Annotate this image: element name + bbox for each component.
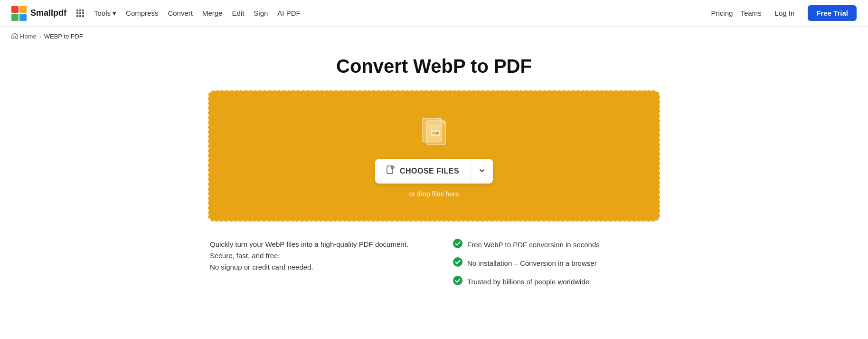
svg-rect-12	[82, 15, 84, 17]
brand-name: Smallpdf	[30, 8, 66, 18]
svg-point-21	[453, 239, 462, 248]
features-list: Free WebP to PDF conversion in seconds N…	[453, 239, 658, 288]
feature-text: No installation – Conversion in a browse…	[467, 259, 597, 267]
choose-files-button[interactable]: CHOOSE FILES	[375, 159, 471, 184]
svg-rect-10	[76, 15, 78, 17]
logo[interactable]: Smallpdf	[11, 6, 66, 21]
svg-rect-1	[19, 6, 27, 13]
svg-rect-9	[82, 12, 84, 14]
svg-rect-2	[11, 14, 19, 21]
grid-icon[interactable]	[76, 9, 85, 18]
check-icon	[453, 257, 462, 269]
compress-link[interactable]: Compress	[126, 9, 158, 17]
pricing-link[interactable]: Pricing	[711, 9, 733, 17]
dropzone[interactable]: PDF CHOOSE FILES	[208, 90, 660, 222]
breadcrumb: Home › WEBP to PDF	[0, 27, 868, 46]
check-icon	[453, 276, 462, 288]
main-content: Convert WebP to PDF PDF	[197, 46, 671, 307]
feature-text: Trusted by billions of people worldwide	[467, 278, 589, 286]
chevron-down-icon	[479, 167, 485, 175]
convert-link[interactable]: Convert	[168, 9, 193, 17]
breadcrumb-separator: ›	[39, 33, 41, 40]
svg-rect-5	[79, 10, 81, 11]
breadcrumb-current: WEBP to PDF	[44, 33, 83, 40]
drop-hint: or drop files here	[409, 190, 459, 198]
svg-rect-0	[11, 6, 19, 13]
svg-rect-11	[79, 15, 81, 17]
features-desc-line1: Quickly turn your WebP files into a high…	[210, 239, 415, 273]
check-icon	[453, 239, 462, 251]
navbar: Smallpdf Tools ▾ Compress Convert Merge …	[0, 0, 868, 27]
svg-point-23	[453, 276, 462, 285]
navbar-right: Pricing Teams Log In Free Trial	[711, 5, 857, 21]
feature-text: Free WebP to PDF conversion in seconds	[467, 241, 600, 249]
edit-link[interactable]: Edit	[232, 9, 244, 17]
choose-files-row: CHOOSE FILES	[375, 159, 493, 184]
merge-link[interactable]: Merge	[202, 9, 223, 17]
svg-rect-6	[82, 10, 84, 11]
svg-rect-4	[76, 10, 78, 11]
svg-rect-8	[79, 12, 81, 14]
ai-pdf-link[interactable]: AI PDF	[277, 9, 300, 17]
svg-rect-3	[19, 14, 27, 21]
home-icon	[11, 32, 18, 40]
file-illustration: PDF	[415, 114, 453, 149]
feature-item: Trusted by billions of people worldwide	[453, 276, 658, 288]
feature-item: Free WebP to PDF conversion in seconds	[453, 239, 658, 251]
svg-rect-19	[387, 166, 393, 174]
tools-menu-button[interactable]: Tools ▾	[94, 9, 116, 18]
features-section: Quickly turn your WebP files into a high…	[208, 239, 660, 288]
login-button[interactable]: Log In	[769, 6, 801, 20]
features-description: Quickly turn your WebP files into a high…	[210, 239, 415, 273]
free-trial-button[interactable]: Free Trial	[808, 5, 857, 21]
chevron-down-icon: ▾	[113, 9, 116, 18]
svg-point-22	[453, 257, 462, 267]
breadcrumb-home-link[interactable]: Home	[11, 32, 37, 40]
file-upload-icon	[387, 165, 395, 177]
feature-item: No installation – Conversion in a browse…	[453, 257, 658, 269]
svg-rect-7	[76, 12, 78, 14]
choose-files-dropdown-button[interactable]	[471, 159, 493, 184]
sign-link[interactable]: Sign	[254, 9, 268, 17]
svg-text:PDF: PDF	[432, 132, 439, 136]
logo-icon	[11, 6, 27, 21]
navbar-left: Smallpdf Tools ▾ Compress Convert Merge …	[11, 6, 301, 21]
page-title: Convert WebP to PDF	[208, 56, 660, 77]
teams-link[interactable]: Teams	[740, 9, 761, 17]
